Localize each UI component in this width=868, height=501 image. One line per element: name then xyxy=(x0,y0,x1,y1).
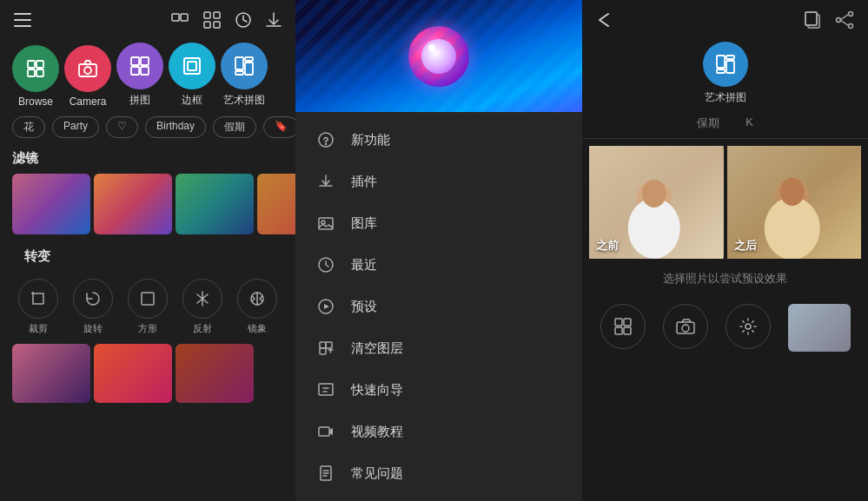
faq-icon xyxy=(316,464,335,483)
camera-label: Camera xyxy=(70,96,107,108)
nav-biankuang[interactable]: 边框 xyxy=(169,43,215,108)
svg-point-15 xyxy=(84,67,91,74)
action-browse-btn[interactable] xyxy=(600,304,646,349)
bottom-thumb-2[interactable] xyxy=(94,344,172,403)
select-hint-text: 选择照片以尝试预设效果 xyxy=(582,262,868,295)
svg-rect-0 xyxy=(14,13,31,15)
menu-icon[interactable] xyxy=(14,9,31,29)
pinjie-label: 拼图 xyxy=(129,93,150,108)
tag-bookmark[interactable]: 🔖 xyxy=(263,116,295,138)
art-circle xyxy=(221,43,268,89)
browse-circle xyxy=(12,45,59,92)
nav-camera[interactable]: Camera xyxy=(64,45,111,108)
video-icon xyxy=(316,422,335,441)
rotate-label: 旋转 xyxy=(83,322,103,335)
svg-rect-34 xyxy=(320,342,326,348)
svg-point-64 xyxy=(745,324,751,329)
play-icon xyxy=(316,297,335,316)
nav-pinjie[interactable]: 拼图 xyxy=(116,43,163,108)
menu-item-recent[interactable]: 最近 xyxy=(295,244,582,286)
bottom-thumb-1[interactable] xyxy=(12,344,90,403)
svg-rect-35 xyxy=(326,342,332,348)
tag-flower[interactable]: 花 xyxy=(12,116,45,138)
share-icon[interactable] xyxy=(835,9,854,30)
copy-icon[interactable] xyxy=(804,9,821,30)
art-section-circle xyxy=(703,42,748,87)
transform-crop[interactable]: 裁剪 xyxy=(12,279,63,335)
svg-rect-36 xyxy=(320,348,326,354)
video-tutorial-label: 视频教程 xyxy=(351,424,403,440)
recent-label: 最近 xyxy=(351,257,377,274)
svg-point-44 xyxy=(849,23,853,28)
tag-party[interactable]: Party xyxy=(52,116,99,138)
right-tabs: 保期 K xyxy=(582,112,868,139)
after-label: 之后 xyxy=(734,238,757,254)
art-section-label: 艺术拼图 xyxy=(705,90,746,105)
menu-item-video-tutorial[interactable]: 视频教程 xyxy=(295,411,582,452)
download-plugin-icon xyxy=(316,172,335,191)
svg-point-57 xyxy=(779,178,804,206)
menu-item-quick-nav[interactable]: 快速向导 xyxy=(295,369,582,411)
nav-art[interactable]: 艺术拼图 xyxy=(221,43,268,108)
layers-icon[interactable] xyxy=(170,9,189,29)
filter-thumb-3[interactable] xyxy=(176,174,254,234)
svg-rect-21 xyxy=(188,62,196,70)
svg-rect-14 xyxy=(79,64,96,76)
svg-point-53 xyxy=(642,180,666,208)
tag-birthday[interactable]: Birthday xyxy=(145,116,206,138)
svg-point-29 xyxy=(326,144,327,145)
svg-rect-38 xyxy=(319,427,329,436)
right-section-bar: 艺术拼图 xyxy=(582,38,868,112)
crop-label: 裁剪 xyxy=(29,322,48,335)
menu-item-clear-layers[interactable]: 清空图层 xyxy=(295,327,582,369)
toolbar-icons xyxy=(170,9,282,29)
history-icon[interactable] xyxy=(235,9,252,29)
svg-point-56 xyxy=(764,197,819,259)
dropdown-menu-panel: 新功能 插件 图库 xyxy=(295,0,582,501)
svg-rect-2 xyxy=(14,25,31,27)
transform-section-title: 转变 xyxy=(12,245,283,272)
download-icon[interactable] xyxy=(266,9,282,29)
grid-icon[interactable] xyxy=(203,9,221,29)
menu-item-plugins[interactable]: 插件 xyxy=(295,161,582,202)
tag-heart[interactable]: ♡ xyxy=(106,116,138,138)
bottom-thumbnails xyxy=(0,344,295,403)
menu-hero-image xyxy=(295,0,582,112)
transform-rotate[interactable]: 旋转 xyxy=(67,279,118,335)
transform-mirror[interactable]: 镜象 xyxy=(232,279,283,335)
pinjie-circle xyxy=(116,43,163,89)
svg-rect-5 xyxy=(204,12,210,18)
nav-browse[interactable]: Browse xyxy=(12,45,59,108)
tab-k[interactable]: K xyxy=(745,115,753,135)
nav-row: Browse Camera 拼图 xyxy=(0,37,295,116)
filter-thumb-2[interactable] xyxy=(94,174,172,234)
action-settings-btn[interactable] xyxy=(726,304,771,349)
transform-square[interactable]: 方形 xyxy=(122,279,173,335)
transform-reflect[interactable]: 反射 xyxy=(177,279,229,335)
transform-section: 转变 裁剪 旋转 xyxy=(0,245,295,344)
menu-item-preset[interactable]: 预设 xyxy=(295,286,582,327)
menu-item-faq[interactable]: 常见问题 xyxy=(295,452,582,494)
logo-inner xyxy=(421,39,456,74)
tag-holiday[interactable]: 假期 xyxy=(213,116,256,138)
svg-rect-20 xyxy=(184,58,200,74)
svg-rect-17 xyxy=(141,57,149,65)
svg-rect-22 xyxy=(235,57,243,69)
bottom-thumb-3[interactable] xyxy=(176,344,254,403)
action-thumb[interactable] xyxy=(788,304,851,352)
tab-baoqi[interactable]: 保期 xyxy=(697,115,719,135)
svg-rect-18 xyxy=(131,67,139,75)
filter-thumb-1[interactable] xyxy=(12,174,90,234)
menu-item-gallery[interactable]: 图库 xyxy=(295,202,582,244)
before-photo: 之前 xyxy=(589,146,724,259)
camera-circle xyxy=(64,45,111,92)
logo-dot xyxy=(428,44,435,51)
square-label: 方形 xyxy=(138,322,157,335)
action-camera-btn[interactable] xyxy=(663,304,708,349)
filters-section-title: 滤镜 xyxy=(0,147,295,174)
svg-rect-7 xyxy=(204,22,210,28)
right-panel: 艺术拼图 保期 K 之前 xyxy=(582,0,868,501)
tag-row: 花 Party ♡ Birthday 假期 🔖 xyxy=(0,116,295,147)
back-icon[interactable] xyxy=(596,9,615,29)
menu-item-new-features[interactable]: 新功能 xyxy=(295,119,582,161)
